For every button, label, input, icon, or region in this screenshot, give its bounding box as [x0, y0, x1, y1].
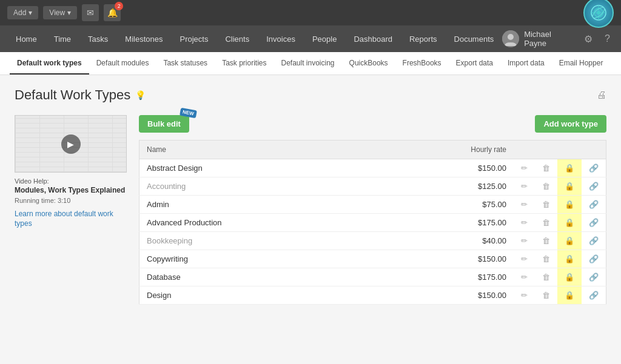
print-icon[interactable]: 🖨: [597, 90, 606, 101]
edit-icon[interactable]: ✏: [521, 218, 528, 227]
lock-icon[interactable]: 🔒: [565, 182, 574, 191]
bulk-edit-button[interactable]: Bulk edit NEW: [139, 115, 189, 133]
nav-projects[interactable]: Projects: [171, 25, 217, 52]
nav-milestones[interactable]: Milestones: [116, 25, 171, 52]
subnav-quickbooks[interactable]: QuickBooks: [342, 52, 395, 74]
video-title: Modules, Work Types Explained: [15, 186, 127, 196]
subnav-export-data[interactable]: Export data: [449, 52, 500, 74]
delete-icon[interactable]: 🗑: [542, 164, 550, 173]
subnav-default-modules[interactable]: Default modules: [89, 52, 156, 74]
edit-icon[interactable]: ✏: [521, 236, 528, 245]
edit-icon[interactable]: ✏: [521, 182, 528, 191]
link-icon[interactable]: 🔗: [589, 218, 599, 227]
user-name[interactable]: Michael Payne: [524, 30, 576, 48]
subnav-default-invoicing[interactable]: Default invoicing: [274, 52, 341, 74]
new-badge: NEW: [180, 108, 197, 118]
add-button[interactable]: Add ▾: [7, 6, 38, 19]
lock-icon[interactable]: 🔒: [565, 236, 574, 245]
row-rate: $150.00: [380, 250, 514, 268]
edit-icon[interactable]: ✏: [521, 273, 528, 282]
subnav-freshbooks[interactable]: FreshBooks: [395, 52, 449, 74]
row-edit-cell: ✏: [514, 232, 535, 250]
row-name: Design: [139, 286, 380, 305]
lock-icon[interactable]: 🔒: [565, 291, 574, 300]
settings-icon[interactable]: ⚙: [580, 33, 596, 45]
nav-people[interactable]: People: [304, 25, 345, 52]
row-delete-cell: 🗑: [535, 286, 557, 305]
view-button[interactable]: View ▾: [43, 6, 77, 19]
nav-tasks[interactable]: Tasks: [79, 25, 116, 52]
delete-icon[interactable]: 🗑: [542, 200, 550, 209]
row-name: Accounting: [139, 177, 380, 196]
edit-icon[interactable]: ✏: [521, 291, 528, 300]
delete-icon[interactable]: 🗑: [542, 273, 550, 282]
user-avatar[interactable]: [502, 30, 519, 47]
nav-invoices[interactable]: Invoices: [258, 25, 304, 52]
row-rate: $75.00: [380, 196, 514, 214]
nav-dashboard[interactable]: Dashboard: [345, 25, 401, 52]
lock-icon[interactable]: 🔒: [565, 254, 574, 263]
link-icon[interactable]: 🔗: [589, 164, 599, 173]
delete-icon[interactable]: 🗑: [542, 291, 550, 300]
lock-icon[interactable]: 🔒: [565, 218, 574, 227]
delete-icon[interactable]: 🗑: [542, 218, 550, 227]
row-lock-cell: 🔒: [557, 250, 582, 268]
subnav-import-data[interactable]: Import data: [500, 52, 552, 74]
lock-icon[interactable]: 🔒: [565, 200, 574, 209]
sub-nav: Default work types Default modules Task …: [0, 52, 621, 75]
row-name: Database: [139, 268, 380, 286]
link-icon[interactable]: 🔗: [589, 182, 599, 191]
link-icon[interactable]: 🔗: [589, 236, 599, 245]
hint-icon[interactable]: 💡: [135, 90, 146, 100]
lock-icon[interactable]: 🔒: [565, 273, 574, 282]
row-link-cell: 🔗: [582, 286, 606, 305]
nav-time[interactable]: Time: [45, 25, 79, 52]
learn-more-link[interactable]: Learn more about default work types: [15, 209, 127, 230]
link-icon[interactable]: 🔗: [589, 200, 599, 209]
link-icon[interactable]: 🔗: [589, 273, 599, 282]
subnav-default-work-types[interactable]: Default work types: [10, 52, 89, 74]
top-bar-left: Add ▾ View ▾ ✉ 🔔 2: [7, 4, 121, 21]
table-row: Database$175.00✏🗑🔒🔗: [139, 268, 606, 286]
delete-icon[interactable]: 🗑: [542, 254, 550, 263]
table-actions: Bulk edit NEW Add work type: [139, 115, 606, 133]
table-row: Admin$75.00✏🗑🔒🔗: [139, 196, 606, 214]
subnav-email-hopper[interactable]: Email Hopper: [552, 52, 611, 74]
row-rate: $150.00: [380, 286, 514, 305]
row-name: Advanced Production: [139, 214, 380, 232]
col-rate: Hourly rate: [380, 141, 514, 159]
nav-home[interactable]: Home: [7, 25, 45, 52]
row-delete-cell: 🗑: [535, 177, 557, 196]
nav-clients[interactable]: Clients: [217, 25, 258, 52]
delete-icon[interactable]: 🗑: [542, 182, 550, 191]
delete-icon[interactable]: 🗑: [542, 236, 550, 245]
help-icon[interactable]: ?: [601, 33, 614, 44]
link-icon[interactable]: 🔗: [589, 291, 599, 300]
messages-icon[interactable]: ✉: [82, 4, 99, 21]
edit-icon[interactable]: ✏: [521, 200, 528, 209]
col-name: Name: [139, 141, 380, 159]
edit-icon[interactable]: ✏: [521, 164, 528, 173]
app-logo: [583, 0, 614, 28]
nav-reports[interactable]: Reports: [401, 25, 446, 52]
link-icon[interactable]: 🔗: [589, 254, 599, 263]
row-edit-cell: ✏: [514, 286, 535, 305]
page-content: Default Work Types 💡 🖨 ▶ Video Help: Mod…: [0, 75, 621, 317]
row-name: Copywriting: [139, 250, 380, 268]
row-name: Admin: [139, 196, 380, 214]
row-link-cell: 🔗: [582, 214, 606, 232]
video-thumbnail[interactable]: ▶: [15, 115, 127, 173]
row-name: Abstract Design: [139, 159, 380, 177]
row-lock-cell: 🔒: [557, 159, 582, 177]
row-rate: $40.00: [380, 232, 514, 250]
add-work-type-button[interactable]: Add work type: [535, 115, 606, 133]
edit-icon[interactable]: ✏: [521, 254, 528, 263]
lock-icon[interactable]: 🔒: [565, 164, 574, 173]
video-time: Running time: 3:10: [15, 197, 127, 204]
notification-icon[interactable]: 🔔 2: [104, 4, 121, 21]
subnav-task-statuses[interactable]: Task statuses: [156, 52, 215, 74]
subnav-task-priorities[interactable]: Task priorities: [215, 52, 274, 74]
play-button[interactable]: ▶: [61, 134, 81, 154]
nav-documents[interactable]: Documents: [446, 25, 503, 52]
page-title-row: Default Work Types 💡: [15, 87, 146, 103]
